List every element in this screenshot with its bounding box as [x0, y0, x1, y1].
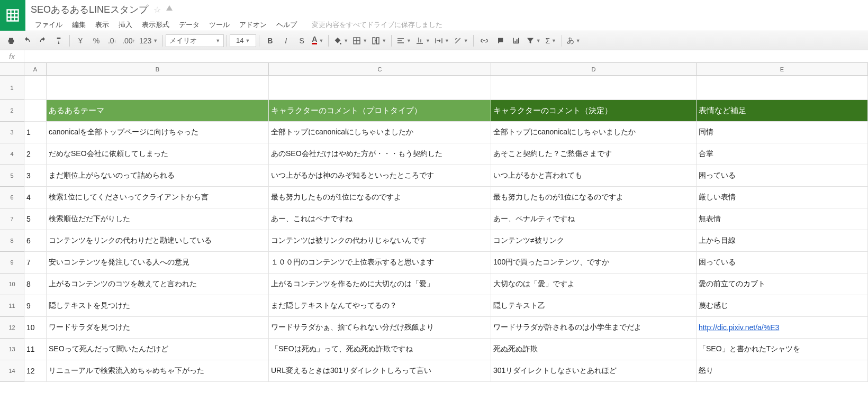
cell[interactable]: 11 [24, 339, 47, 360]
menu-edit[interactable]: 編集 [68, 18, 90, 32]
row-header[interactable]: 2 [0, 100, 24, 122]
cell[interactable]: canonicalを全部トップページに向けちゃった [47, 122, 269, 143]
menu-view[interactable]: 表示 [91, 18, 113, 32]
cell[interactable]: 無表情 [697, 208, 868, 230]
fill-color-icon[interactable]: ▼ [331, 33, 350, 48]
menu-insert[interactable]: 挿入 [114, 18, 137, 32]
link-icon[interactable] [476, 33, 492, 48]
cell[interactable]: SEOって死んだって聞いたんだけど [47, 339, 269, 360]
menu-format[interactable]: 表示形式 [138, 18, 174, 32]
cell[interactable]: 表情など補足 [697, 100, 868, 122]
cell[interactable]: 同情 [697, 122, 868, 143]
cell[interactable]: 上から目線 [697, 230, 868, 252]
cell[interactable]: 2 [24, 143, 47, 165]
row-header[interactable]: 10 [0, 274, 24, 295]
menu-tools[interactable]: ツール [205, 18, 234, 32]
ime-button[interactable]: あ▼ [565, 33, 583, 48]
row-header[interactable]: 9 [0, 252, 24, 274]
cell[interactable]: 大切なのは「愛」ですよ [491, 274, 697, 295]
cell[interactable]: 全部トップにcanonicalにしちゃいましたか [269, 122, 491, 143]
filter-icon[interactable]: ▼ [524, 33, 543, 48]
menu-help[interactable]: ヘルプ [272, 18, 301, 32]
doc-title[interactable]: SEOあるあるLINEスタンプ [31, 3, 148, 16]
menu-addons[interactable]: アドオン [235, 18, 271, 32]
cell[interactable]: 死ぬ死ぬ詐欺 [491, 339, 697, 360]
percent-button[interactable]: % [88, 33, 104, 48]
cell[interactable]: 安いコンテンツを発注している人への意見 [47, 252, 269, 274]
col-header-D[interactable]: D [491, 63, 697, 76]
dec-dec-button[interactable]: .0↓ [104, 33, 120, 48]
cell[interactable]: 3 [24, 165, 47, 187]
cell[interactable]: 困っている [697, 165, 868, 187]
bold-button[interactable]: B [262, 33, 278, 48]
print-icon[interactable] [3, 33, 19, 48]
cell[interactable]: 301リダイレクトしなさいとあれほど [491, 360, 697, 382]
redo-icon[interactable] [35, 33, 51, 48]
cell[interactable]: あそこと契約した？ご愁傷さまです [491, 143, 697, 165]
row-header[interactable]: 7 [0, 208, 24, 230]
cell[interactable]: 隠しテキストを見つけた [47, 295, 269, 317]
cell[interactable]: キャラクターのコメント（プロトタイプ） [269, 100, 491, 122]
row-header[interactable]: 12 [0, 317, 24, 339]
cell[interactable]: 「SEO」と書かれたTシャツを [697, 339, 868, 360]
number-format-button[interactable]: 123▼ [137, 33, 160, 48]
functions-icon[interactable]: Σ▼ [543, 33, 559, 48]
cell[interactable]: いつ上がるかは神のみぞ知るといったところです [269, 165, 491, 187]
cell[interactable]: コンテンツ≠被リンク [491, 230, 697, 252]
cell[interactable]: 隠しテキスト乙 [491, 295, 697, 317]
cell[interactable]: 4 [24, 187, 47, 208]
halign-icon[interactable]: ▼ [394, 33, 413, 48]
cell[interactable]: あのSEO会社だけはやめた方が・・・もう契約した [269, 143, 491, 165]
col-header-A[interactable]: A [24, 63, 47, 76]
wrap-icon[interactable]: ▼ [432, 33, 451, 48]
row-header[interactable]: 14 [0, 360, 24, 382]
cell[interactable]: 上がるコンテンツを作るために大切なのは「愛」 [269, 274, 491, 295]
row-header[interactable]: 13 [0, 339, 24, 360]
cell[interactable]: 蔑む感じ [697, 295, 868, 317]
cell[interactable]: ワードサラダが許されるのは小学生までだよ [491, 317, 697, 339]
cell[interactable]: 7 [24, 252, 47, 274]
cell[interactable]: あー、これはペナですね [269, 208, 491, 230]
text-color-button[interactable]: A▼ [310, 33, 326, 48]
sheets-logo[interactable] [0, 0, 25, 31]
cell[interactable]: 12 [24, 360, 47, 382]
cell[interactable]: コンテンツは被リンクの代わりじゃないんです [269, 230, 491, 252]
cell[interactable]: 愛の前立てのカブト [697, 274, 868, 295]
cell[interactable]: 6 [24, 230, 47, 252]
cell[interactable]: 怒り [697, 360, 868, 382]
cell[interactable]: １００円のコンテンツで上位表示すると思います [269, 252, 491, 274]
dec-inc-button[interactable]: .00↑ [120, 33, 137, 48]
cell[interactable]: 100円で買ったコンテンツ、ですか [491, 252, 697, 274]
cell[interactable]: コンテンツをリンクの代わりだと勘違いしている [47, 230, 269, 252]
row-header[interactable]: 8 [0, 230, 24, 252]
cell[interactable]: 最も努力したものが1位になるのですよ [491, 187, 697, 208]
cell[interactable]: 10 [24, 317, 47, 339]
menu-data[interactable]: データ [175, 18, 204, 32]
row-header[interactable]: 5 [0, 165, 24, 187]
cell[interactable]: キャラクターのコメント（決定） [491, 100, 697, 122]
currency-button[interactable]: ¥ [73, 33, 88, 48]
cell[interactable]: 最も努力したものが1位になるのですよ [269, 187, 491, 208]
menu-file[interactable]: ファイル [31, 18, 67, 32]
cell[interactable]: いつ上がるかと言われても [491, 165, 697, 187]
cell[interactable]: 検索1位にしてくださいってクライアントから言 [47, 187, 269, 208]
cell[interactable] [24, 76, 47, 100]
star-icon[interactable]: ☆ [153, 5, 161, 15]
cell[interactable]: 1 [24, 122, 47, 143]
font-family-select[interactable]: メイリオ▼ [166, 34, 224, 47]
cell[interactable]: http://dic.pixiv.net/a/%E3 [697, 317, 868, 339]
cell[interactable]: URL変えるときは301リダイレクトしろって言い [269, 360, 491, 382]
row-header[interactable]: 3 [0, 122, 24, 143]
col-header-E[interactable]: E [697, 63, 868, 76]
cell[interactable]: 8 [24, 274, 47, 295]
col-header-B[interactable]: B [47, 63, 269, 76]
cell[interactable]: 5 [24, 208, 47, 230]
cell[interactable]: 厳しい表情 [697, 187, 868, 208]
cell[interactable]: 検索順位だだ下がりした [47, 208, 269, 230]
cell[interactable]: 9 [24, 295, 47, 317]
row-header[interactable]: 4 [0, 143, 24, 165]
undo-icon[interactable] [19, 33, 35, 48]
italic-button[interactable]: I [278, 33, 294, 48]
cell[interactable]: ワードサラダを見つけた [47, 317, 269, 339]
cell[interactable]: だめなSEO会社に依頼してしまった [47, 143, 269, 165]
